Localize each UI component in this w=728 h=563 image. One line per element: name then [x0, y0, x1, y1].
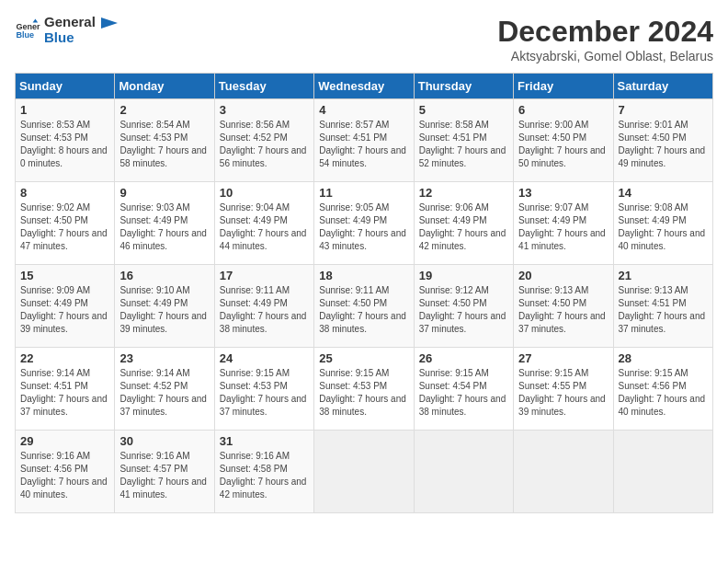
day-number: 19: [419, 269, 508, 282]
svg-marker-3: [101, 17, 118, 29]
calendar-cell: 20 Sunrise: 9:13 AM Sunset: 4:50 PM Dayl…: [514, 265, 613, 348]
day-info: Sunrise: 9:04 AM Sunset: 4:49 PM Dayligh…: [220, 201, 309, 253]
day-info: Sunrise: 9:08 AM Sunset: 4:49 PM Dayligh…: [619, 201, 708, 253]
day-number: 27: [518, 351, 608, 365]
calendar-cell: [414, 431, 513, 513]
logo-general-text: General: [44, 15, 96, 30]
day-info: Sunrise: 9:15 AM Sunset: 4:55 PM Dayligh…: [518, 367, 608, 419]
day-info: Sunrise: 9:06 AM Sunset: 4:49 PM Dayligh…: [419, 201, 508, 253]
day-number: 8: [20, 186, 109, 200]
day-number: 22: [20, 351, 109, 365]
calendar-cell: 16 Sunrise: 9:10 AM Sunset: 4:49 PM Dayl…: [115, 265, 214, 348]
calendar-cell: 17 Sunrise: 9:11 AM Sunset: 4:49 PM Dayl…: [214, 265, 313, 348]
col-saturday: Saturday: [613, 74, 712, 99]
calendar-cell: 28 Sunrise: 9:15 AM Sunset: 4:56 PM Dayl…: [613, 348, 712, 431]
day-info: Sunrise: 9:15 AM Sunset: 4:53 PM Dayligh…: [220, 367, 309, 419]
day-number: 14: [619, 186, 708, 200]
day-info: Sunrise: 8:57 AM Sunset: 4:51 PM Dayligh…: [319, 119, 408, 170]
day-number: 30: [119, 434, 209, 448]
day-number: 21: [619, 269, 708, 282]
calendar-cell: 7 Sunrise: 9:01 AM Sunset: 4:50 PM Dayli…: [613, 99, 712, 182]
day-info: Sunrise: 9:05 AM Sunset: 4:49 PM Dayligh…: [319, 201, 408, 253]
calendar-cell: 5 Sunrise: 8:58 AM Sunset: 4:51 PM Dayli…: [414, 99, 513, 182]
day-info: Sunrise: 9:11 AM Sunset: 4:50 PM Dayligh…: [319, 284, 408, 336]
day-number: 15: [20, 269, 109, 282]
calendar-cell: 12 Sunrise: 9:06 AM Sunset: 4:49 PM Dayl…: [414, 182, 513, 265]
calendar-cell: 6 Sunrise: 9:00 AM Sunset: 4:50 PM Dayli…: [514, 99, 613, 182]
col-sunday: Sunday: [16, 74, 115, 99]
logo-flag-icon: [101, 17, 118, 38]
calendar-title-area: December 2024 Aktsyabrski, Gomel Oblast,…: [497, 15, 713, 63]
day-number: 20: [518, 269, 608, 282]
day-number: 25: [319, 351, 408, 365]
calendar-cell: 2 Sunrise: 8:54 AM Sunset: 4:53 PM Dayli…: [115, 99, 214, 182]
day-info: Sunrise: 8:54 AM Sunset: 4:53 PM Dayligh…: [119, 119, 209, 170]
day-info: Sunrise: 9:16 AM Sunset: 4:58 PM Dayligh…: [220, 450, 309, 501]
calendar-cell: 22 Sunrise: 9:14 AM Sunset: 4:51 PM Dayl…: [16, 348, 115, 431]
calendar-cell: 18 Sunrise: 9:11 AM Sunset: 4:50 PM Dayl…: [314, 265, 414, 348]
calendar-cell: 9 Sunrise: 9:03 AM Sunset: 4:49 PM Dayli…: [115, 182, 214, 265]
day-info: Sunrise: 9:00 AM Sunset: 4:50 PM Dayligh…: [518, 119, 608, 170]
calendar-cell: 23 Sunrise: 9:14 AM Sunset: 4:52 PM Dayl…: [115, 348, 214, 431]
day-info: Sunrise: 9:11 AM Sunset: 4:49 PM Dayligh…: [220, 284, 309, 336]
day-number: 28: [619, 351, 708, 365]
day-number: 18: [319, 269, 408, 282]
day-info: Sunrise: 9:14 AM Sunset: 4:51 PM Dayligh…: [20, 367, 109, 419]
col-tuesday: Tuesday: [214, 74, 313, 99]
day-info: Sunrise: 9:13 AM Sunset: 4:50 PM Dayligh…: [518, 284, 608, 336]
calendar-cell: 13 Sunrise: 9:07 AM Sunset: 4:49 PM Dayl…: [514, 182, 613, 265]
calendar-week-row: 22 Sunrise: 9:14 AM Sunset: 4:51 PM Dayl…: [16, 348, 713, 431]
calendar-cell: [314, 431, 414, 513]
col-thursday: Thursday: [414, 74, 513, 99]
calendar-cell: 3 Sunrise: 8:56 AM Sunset: 4:52 PM Dayli…: [214, 99, 313, 182]
col-friday: Friday: [514, 74, 613, 99]
day-number: 29: [20, 434, 109, 448]
day-info: Sunrise: 9:13 AM Sunset: 4:51 PM Dayligh…: [619, 284, 708, 336]
day-info: Sunrise: 8:58 AM Sunset: 4:51 PM Dayligh…: [419, 119, 508, 170]
day-number: 10: [220, 186, 309, 200]
calendar-cell: 21 Sunrise: 9:13 AM Sunset: 4:51 PM Dayl…: [613, 265, 712, 348]
day-info: Sunrise: 9:02 AM Sunset: 4:50 PM Dayligh…: [20, 201, 109, 253]
month-year-title: December 2024: [497, 15, 713, 49]
day-info: Sunrise: 9:09 AM Sunset: 4:49 PM Dayligh…: [20, 284, 109, 336]
day-number: 2: [119, 103, 209, 117]
day-info: Sunrise: 8:53 AM Sunset: 4:53 PM Dayligh…: [20, 119, 109, 170]
calendar-cell: 25 Sunrise: 9:15 AM Sunset: 4:53 PM Dayl…: [314, 348, 414, 431]
calendar-week-row: 29 Sunrise: 9:16 AM Sunset: 4:56 PM Dayl…: [16, 431, 713, 513]
svg-marker-2: [33, 18, 39, 22]
day-number: 24: [220, 351, 309, 365]
col-wednesday: Wednesday: [314, 74, 414, 99]
calendar-cell: [514, 431, 613, 513]
calendar-cell: 8 Sunrise: 9:02 AM Sunset: 4:50 PM Dayli…: [16, 182, 115, 265]
svg-text:Blue: Blue: [16, 30, 34, 40]
day-number: 16: [119, 269, 209, 282]
day-number: 9: [119, 186, 209, 200]
day-number: 11: [319, 186, 408, 200]
col-monday: Monday: [115, 74, 214, 99]
calendar-cell: 4 Sunrise: 8:57 AM Sunset: 4:51 PM Dayli…: [314, 99, 414, 182]
calendar-cell: 24 Sunrise: 9:15 AM Sunset: 4:53 PM Dayl…: [214, 348, 313, 431]
day-number: 13: [518, 186, 608, 200]
calendar-week-row: 15 Sunrise: 9:09 AM Sunset: 4:49 PM Dayl…: [16, 265, 713, 348]
calendar-cell: 10 Sunrise: 9:04 AM Sunset: 4:49 PM Dayl…: [214, 182, 313, 265]
svg-text:General: General: [16, 21, 40, 30]
day-number: 4: [319, 103, 408, 117]
day-info: Sunrise: 9:07 AM Sunset: 4:49 PM Dayligh…: [518, 201, 608, 253]
day-info: Sunrise: 9:16 AM Sunset: 4:57 PM Dayligh…: [119, 450, 209, 501]
day-number: 1: [20, 103, 109, 117]
day-number: 7: [619, 103, 708, 117]
calendar-cell: 14 Sunrise: 9:08 AM Sunset: 4:49 PM Dayl…: [613, 182, 712, 265]
day-info: Sunrise: 9:15 AM Sunset: 4:53 PM Dayligh…: [319, 367, 408, 419]
day-number: 6: [518, 103, 608, 117]
calendar-cell: 1 Sunrise: 8:53 AM Sunset: 4:53 PM Dayli…: [16, 99, 115, 182]
location-subtitle: Aktsyabrski, Gomel Oblast, Belarus: [497, 49, 713, 63]
day-info: Sunrise: 9:12 AM Sunset: 4:50 PM Dayligh…: [419, 284, 508, 336]
calendar-cell: 15 Sunrise: 9:09 AM Sunset: 4:49 PM Dayl…: [16, 265, 115, 348]
day-info: Sunrise: 9:15 AM Sunset: 4:54 PM Dayligh…: [419, 367, 508, 419]
day-number: 31: [220, 434, 309, 448]
logo: General Blue General Blue: [15, 15, 118, 45]
day-number: 23: [119, 351, 209, 365]
day-number: 26: [419, 351, 508, 365]
logo-blue-text: Blue: [44, 30, 96, 46]
day-number: 17: [220, 269, 309, 282]
